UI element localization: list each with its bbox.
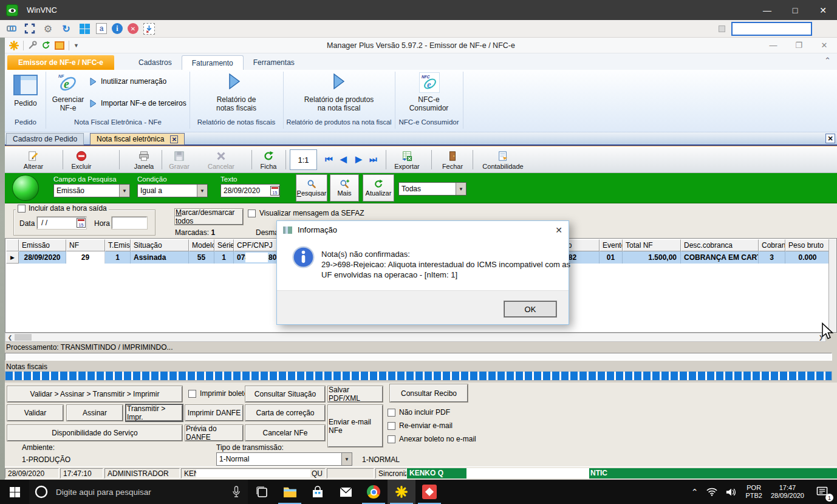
ficha-button[interactable]: Ficha bbox=[249, 148, 288, 172]
refresh-icon[interactable]: ↻ bbox=[60, 22, 73, 35]
cancelar-button[interactable]: Cancelar bbox=[202, 148, 241, 172]
tab-emissor[interactable]: Emissor de NF-e / NFC-e bbox=[7, 55, 114, 70]
gerenciar-nfe-button[interactable]: Gerenciar NF-e bbox=[49, 95, 87, 112]
cell-temis[interactable]: 1 bbox=[105, 251, 131, 264]
alterar-button[interactable]: Alterar bbox=[14, 148, 53, 172]
salvar-pdf-button[interactable]: Salvar PDF/XML bbox=[328, 386, 383, 402]
speaker-icon[interactable] bbox=[726, 488, 737, 497]
vnc-host-input[interactable] bbox=[731, 22, 812, 36]
vnc-close-button[interactable]: ✕ bbox=[809, 0, 837, 20]
anexar-row[interactable]: Anexar boleto no e-mail bbox=[388, 435, 476, 443]
reenviar-row[interactable]: Re-enviar e-mail bbox=[388, 421, 453, 430]
nav-last-button[interactable]: ⏭ bbox=[369, 154, 377, 165]
anexar-checkbox[interactable] bbox=[388, 435, 395, 443]
cancelar-nfe-button[interactable]: Cancelar NFe bbox=[245, 425, 325, 441]
sync-icon[interactable] bbox=[41, 41, 50, 50]
imprimir-danfe-button[interactable]: Imprimir DANFE bbox=[185, 405, 243, 421]
manager-plus-button[interactable] bbox=[388, 480, 415, 504]
tray-language[interactable]: POR PTB2 bbox=[745, 484, 762, 500]
carta-correcao-button[interactable]: Carta de correção bbox=[245, 405, 325, 421]
campo-combo[interactable]: Emissão ▼ bbox=[53, 184, 130, 197]
cell-situacao[interactable]: Assinada bbox=[131, 251, 189, 264]
imprimir-boleto-checkbox[interactable] bbox=[188, 390, 196, 398]
marcar-desmarcar-button[interactable]: Marcar/desmarcar todos bbox=[175, 209, 243, 225]
app-close-button[interactable]: ✕ bbox=[811, 38, 837, 53]
connection-options-icon[interactable] bbox=[5, 22, 18, 35]
run-command-icon[interactable]: a bbox=[96, 23, 107, 34]
contabilidade-button[interactable]: Contabilidade bbox=[479, 148, 527, 172]
taskbar-search[interactable] bbox=[29, 480, 248, 504]
tab-cadastro-pedido[interactable]: Cadastro de Pedido bbox=[6, 133, 84, 145]
tab-close-icon[interactable]: ✕ bbox=[170, 135, 178, 143]
disponibilidade-button[interactable]: Disponibilidade do Serviço bbox=[7, 425, 182, 441]
relatorio-produtos-button[interactable]: Relatório de produtos na nota fiscal bbox=[283, 95, 395, 112]
action-center-button[interactable]: 1 bbox=[813, 480, 831, 504]
cell-evento[interactable]: 01 bbox=[600, 251, 623, 264]
texto-date-input[interactable]: 28/09/2020 15 bbox=[220, 184, 280, 197]
fullscreen-icon[interactable] bbox=[23, 22, 36, 35]
todas-combo[interactable]: Todas ▼ bbox=[398, 182, 466, 196]
ok-button[interactable]: OK bbox=[504, 301, 556, 317]
cell-modelo[interactable]: 55 bbox=[189, 251, 214, 264]
app-minimize-button[interactable]: — bbox=[760, 38, 786, 53]
tray-clock[interactable]: 17:47 28/09/2020 bbox=[771, 484, 804, 500]
mail-button[interactable] bbox=[332, 480, 360, 504]
vnc-maximize-button[interactable]: □ bbox=[781, 0, 809, 20]
cell-serie[interactable]: 1 bbox=[214, 251, 234, 264]
exportar-button[interactable]: Exportar bbox=[388, 148, 426, 172]
calendar-icon[interactable]: 15 bbox=[77, 218, 86, 228]
relatorio-notas-button[interactable]: Relatório de notas fiscais bbox=[190, 95, 283, 112]
header-total-nf[interactable]: Total NF bbox=[623, 239, 681, 251]
task-view-button[interactable] bbox=[248, 480, 276, 504]
vnc-minimize-button[interactable]: — bbox=[753, 0, 781, 20]
excluir-button[interactable]: Excluir bbox=[62, 148, 101, 172]
store-button[interactable] bbox=[304, 480, 332, 504]
scrollbar-thumb[interactable] bbox=[15, 334, 32, 341]
cell-total-nf[interactable]: 1.500,00 bbox=[623, 251, 681, 264]
fechar-button[interactable]: Fechar bbox=[433, 148, 472, 172]
nav-prev-button[interactable]: ◀ bbox=[340, 154, 347, 164]
header-temis[interactable]: T.Emis. bbox=[105, 239, 131, 251]
file-transfer-icon[interactable] bbox=[143, 23, 155, 35]
enviar-email-button[interactable]: Enviar e-mail NFe bbox=[328, 405, 383, 447]
cell-desc-cobranca[interactable]: COBRANÇA EM CART bbox=[681, 251, 759, 264]
zoom-ratio-box[interactable]: 1:1 bbox=[290, 149, 317, 170]
data-input[interactable]: / / 15 bbox=[37, 217, 86, 229]
dialog-titlebar[interactable]: Informação ✕ bbox=[277, 221, 569, 239]
chrome-button[interactable] bbox=[360, 480, 388, 504]
tab-ferramentas[interactable]: Ferramentas bbox=[244, 55, 304, 70]
remote-app-button[interactable] bbox=[415, 480, 443, 504]
app-restore-button[interactable]: ❐ bbox=[786, 38, 811, 53]
calendar-icon[interactable]: 15 bbox=[270, 186, 279, 196]
ribbon-collapse-icon[interactable]: ⌃ bbox=[824, 56, 831, 65]
consultar-situacao-button[interactable]: Consultar Situação bbox=[245, 386, 325, 402]
taskbar-search-input[interactable] bbox=[56, 488, 226, 497]
condicao-combo[interactable]: Igual a ▼ bbox=[137, 184, 208, 197]
janela-button[interactable]: Janela bbox=[125, 148, 163, 172]
toolbar-dropdown-icon[interactable]: ▼ bbox=[73, 43, 79, 49]
tray-chevron-icon[interactable]: ⌃ bbox=[691, 488, 699, 496]
nao-incluir-row[interactable]: Não incluir PDF bbox=[388, 408, 450, 417]
validar-button[interactable]: Validar bbox=[7, 405, 63, 421]
header-desc-cobranca[interactable]: Desc.cobranca bbox=[681, 239, 759, 251]
tab-nota-fiscal[interactable]: Nota fiscal eletrônica ✕ bbox=[90, 133, 185, 145]
assinar-button[interactable]: Assinar bbox=[67, 405, 123, 421]
cell-nf[interactable]: 29 bbox=[66, 251, 105, 264]
mais-button[interactable]: Mais bbox=[330, 174, 359, 202]
info-icon[interactable]: i bbox=[112, 23, 123, 34]
consultar-recibo-button[interactable]: Consultar Recibo bbox=[390, 384, 468, 402]
hora-input[interactable] bbox=[112, 217, 147, 229]
nav-next-button[interactable]: ▶ bbox=[355, 154, 362, 164]
header-modelo[interactable]: Modelo bbox=[189, 239, 214, 251]
scroll-left-icon[interactable]: ❮ bbox=[5, 333, 15, 341]
transmitir-button[interactable]: Transmitir > Impr. bbox=[126, 405, 182, 421]
cell-cobranca[interactable]: 3 bbox=[759, 251, 785, 264]
dialog-close-icon[interactable]: ✕ bbox=[555, 225, 562, 235]
settings-gear-icon[interactable]: ⚙ bbox=[41, 22, 55, 35]
previa-danfe-button[interactable]: Prévia do DANFE bbox=[185, 425, 243, 441]
sefaz-checkbox-row[interactable]: Visualizar mensagem da SEFAZ bbox=[248, 209, 364, 217]
tab-faturamento[interactable]: Faturamento bbox=[182, 55, 244, 70]
header-peso-bruto[interactable]: Peso bruto bbox=[785, 239, 830, 251]
atualizar-button[interactable]: Atualizar bbox=[363, 174, 394, 202]
row-selector[interactable]: ▶ bbox=[6, 251, 19, 264]
